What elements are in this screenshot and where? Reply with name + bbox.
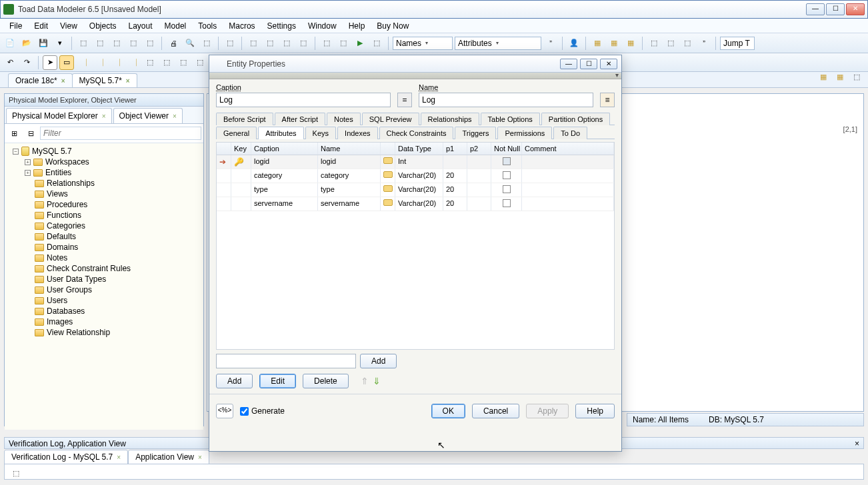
notnull-checkbox[interactable] <box>503 171 511 179</box>
tool-icon[interactable]: ⬚ <box>126 36 141 51</box>
notnull-checkbox[interactable] <box>503 157 511 165</box>
close-button[interactable]: ✕ <box>600 59 617 69</box>
tree-item[interactable]: Functions <box>7 210 201 221</box>
menu-model[interactable]: Model <box>159 20 192 32</box>
zoom-icon[interactable]: 🔍 <box>183 36 197 51</box>
tab-sql-preview[interactable]: SQL Preview <box>362 113 419 125</box>
tool-icon[interactable]: ▦ <box>833 69 847 84</box>
run-icon[interactable]: ▶ <box>353 36 367 51</box>
tab-application-view[interactable]: Application View× <box>128 450 209 464</box>
relation-icon[interactable]: ⎹ <box>76 55 91 70</box>
menu-layout[interactable]: Layout <box>123 20 158 32</box>
tree-item[interactable]: View Relationship <box>7 327 201 338</box>
tab-general[interactable]: General <box>216 127 257 139</box>
relation-icon[interactable]: ⎹ <box>109 55 124 70</box>
tool-icon[interactable]: ⬚ <box>199 36 214 51</box>
tree-root[interactable]: −MySQL 5.7 <box>7 146 201 157</box>
tab-check-constraints[interactable]: Check Constraints <box>379 127 454 139</box>
relation-icon[interactable]: ⎹ <box>126 55 141 70</box>
tool-icon[interactable]: ▦ <box>623 36 638 51</box>
tool-icon[interactable]: ⬚ <box>279 36 294 51</box>
tab-after-script[interactable]: After Script <box>275 113 325 125</box>
tool-icon[interactable]: ⬚ <box>647 36 661 51</box>
generate-checkbox[interactable]: Generate <box>240 406 285 416</box>
tab-partition-options[interactable]: Partition Options <box>541 113 610 125</box>
tab-relationships[interactable]: Relationships <box>421 113 479 125</box>
maximize-button[interactable]: ☐ <box>580 59 597 69</box>
tree-item[interactable]: Domains <box>7 242 201 252</box>
tab-verification-log[interactable]: Verification Log - MySQL 5.7× <box>4 450 128 464</box>
tab-indexes[interactable]: Indexes <box>337 127 378 139</box>
attributes-combo[interactable]: Attributes▾ <box>455 37 541 50</box>
undo-icon[interactable]: ↶ <box>3 55 17 70</box>
menu-view[interactable]: View <box>55 20 83 32</box>
tool-icon[interactable]: ⬚ <box>663 36 678 51</box>
tool-icon[interactable]: ⬚ <box>369 36 384 51</box>
tab-permissions[interactable]: Permissions <box>497 127 552 139</box>
dialog-titlebar[interactable]: Entity Properties — ☐ ✕ <box>209 55 621 73</box>
ok-button[interactable]: OK <box>431 404 465 418</box>
move-down-icon[interactable]: ⇓ <box>373 376 381 386</box>
tool-icon[interactable]: ⬚ <box>246 36 261 51</box>
tool-icon[interactable]: ⬚ <box>143 55 157 70</box>
tab-table-options[interactable]: Table Options <box>481 113 540 125</box>
close-icon[interactable]: × <box>855 439 859 447</box>
tool-icon[interactable]: ⬚ <box>223 36 237 51</box>
menu-tools[interactable]: Tools <box>193 20 222 32</box>
close-icon[interactable]: × <box>102 113 106 120</box>
tool-icon[interactable]: ⬚ <box>319 36 334 51</box>
tree-item[interactable]: Views <box>7 189 201 199</box>
jump-combo[interactable]: Jump T <box>720 37 755 50</box>
tool-icon[interactable]: ⬚ <box>263 36 277 51</box>
tree-item[interactable]: Users <box>7 295 201 306</box>
grid-row[interactable]: categorycategoryVarchar(20)20 <box>217 169 614 183</box>
caption-input[interactable] <box>216 93 391 107</box>
tree-item[interactable]: User Data Types <box>7 274 201 284</box>
close-icon[interactable]: × <box>126 77 130 85</box>
menu-file[interactable]: File <box>4 20 27 32</box>
add-button[interactable]: Add <box>216 374 253 388</box>
grid-row[interactable]: typetypeVarchar(20)20 <box>217 183 614 197</box>
expand-icon[interactable]: ⊞ <box>7 126 21 141</box>
tree-item[interactable]: Defaults <box>7 231 201 242</box>
redo-icon[interactable]: ↷ <box>19 55 34 70</box>
menu-settings[interactable]: Settings <box>262 20 301 32</box>
minimize-button[interactable]: — <box>806 3 825 15</box>
tool-icon[interactable]: ▦ <box>590 36 605 51</box>
tool-icon[interactable]: ⬚ <box>193 55 207 70</box>
menu-window[interactable]: Window <box>303 20 342 32</box>
tool-icon[interactable]: ⬚ <box>176 55 191 70</box>
tree-item[interactable]: Databases <box>7 306 201 316</box>
close-icon[interactable]: × <box>117 454 121 461</box>
name-options-button[interactable]: ≡ <box>600 93 615 107</box>
menu-objects[interactable]: Objects <box>84 20 122 32</box>
entity-icon[interactable]: ▭ <box>59 55 74 70</box>
notnull-checkbox[interactable] <box>503 185 511 193</box>
grid-row[interactable]: servernameservernameVarchar(20)20 <box>217 197 614 211</box>
tab-attributes[interactable]: Attributes <box>258 127 303 139</box>
save-dropdown-icon[interactable]: ▾ <box>53 36 67 51</box>
collapse-icon[interactable]: ⊟ <box>23 126 38 141</box>
menu-help[interactable]: Help <box>343 20 371 32</box>
move-up-icon[interactable]: ⇑ <box>361 376 369 386</box>
edit-button[interactable]: Edit <box>259 374 296 388</box>
tool-icon[interactable]: ⬚ <box>336 36 351 51</box>
relation-icon[interactable]: ⎹ <box>93 55 107 70</box>
tree-item[interactable]: +Workspaces <box>7 157 201 167</box>
close-icon[interactable]: × <box>198 454 202 461</box>
tab-physical-model-explorer[interactable]: Physical Model Explorer× <box>6 108 112 123</box>
tab-before-script[interactable]: Before Script <box>216 113 273 125</box>
tool-icon[interactable]: ⬚ <box>109 36 124 51</box>
overflow-icon[interactable]: ” <box>697 36 711 51</box>
close-button[interactable]: ✕ <box>846 3 865 15</box>
help-button[interactable]: Help <box>575 404 615 418</box>
attributes-grid[interactable]: Key Caption Name Data Type p1 p2 Not Nul… <box>216 142 615 350</box>
overflow-icon[interactable]: ” <box>543 36 558 51</box>
tool-icon[interactable]: ⬚ <box>93 36 107 51</box>
tab-notes[interactable]: Notes <box>327 113 361 125</box>
sync-names-button[interactable]: = <box>397 93 412 107</box>
code-button[interactable]: <%> <box>216 404 233 418</box>
tree-item[interactable]: Relationships <box>7 178 201 189</box>
apply-button[interactable]: Apply <box>526 404 569 418</box>
menu-buynow[interactable]: Buy Now <box>371 20 414 32</box>
